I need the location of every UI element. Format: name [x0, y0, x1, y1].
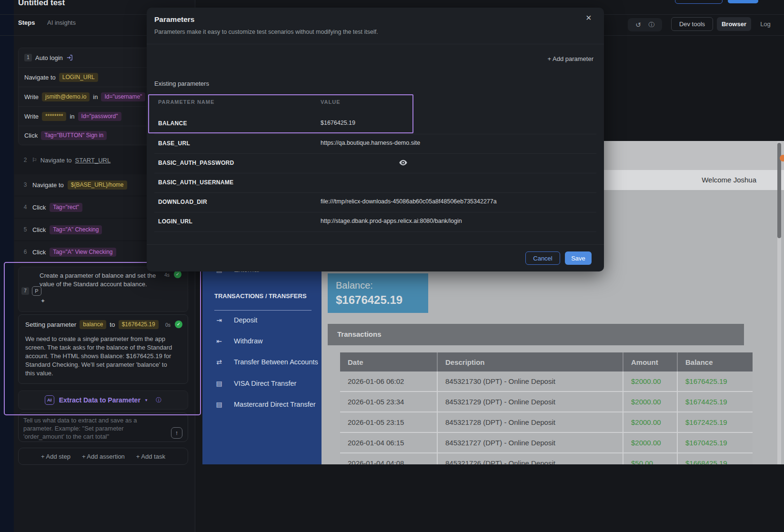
step-number: 1	[24, 54, 32, 61]
setting-label: Setting parameter	[25, 321, 76, 328]
action-label: Navigate to	[32, 181, 64, 189]
setting-parameter-row: Setting parameter balance to $1676425.19	[25, 320, 159, 329]
log-tab[interactable]: Log	[755, 17, 776, 31]
tab-ai-insights[interactable]: AI insights	[47, 19, 76, 26]
param-chip[interactable]: ${BASE_URL}/home	[68, 181, 127, 190]
add-step-button[interactable]: + Add step	[41, 453, 70, 460]
table-row[interactable]: 2026-01-05 23:34 845321729 (DPT) - Onlin…	[340, 392, 753, 412]
column-header-value: VALUE	[321, 99, 340, 105]
step-title: Auto login	[35, 54, 63, 61]
recording-indicator-dot	[780, 155, 784, 161]
divider	[154, 134, 596, 134]
table-row[interactable]: 2026-01-06 06:02 845321730 (DPT) - Onlin…	[340, 371, 753, 392]
balance-box: Balance: $1676425.19	[328, 273, 428, 313]
left-edge-strip	[0, 0, 14, 532]
col-description: Description	[438, 352, 623, 371]
screen: Untitled test Steps AI insights ↺ ⓘ Dev …	[0, 0, 784, 532]
sidebar-item-transfer[interactable]: ⇄ Transfer Between Accounts	[215, 358, 318, 366]
add-parameter-button[interactable]: + Add parameter	[548, 55, 593, 62]
table-row[interactable]: 2026-01-04 06:15 845321727 (DPT) - Onlin…	[340, 433, 753, 453]
browser-tab[interactable]: Browser	[717, 17, 751, 31]
task-description: Create a parameter of balance and set th…	[40, 271, 160, 288]
setting-parameter-card[interactable]: Setting parameter balance to $1676425.19…	[18, 314, 188, 384]
flag-icon: ⚐	[32, 157, 37, 163]
info-icon[interactable]: ⓘ	[156, 396, 161, 404]
param-row-name: BASE_URL	[158, 140, 190, 147]
divider	[154, 212, 596, 212]
connector: in	[70, 113, 74, 120]
table-row[interactable]: 2026-01-04 04:08 845321726 (DPT) - Onlin…	[340, 453, 753, 464]
action-label: Click	[32, 226, 46, 233]
chevron-down-icon[interactable]: ▾	[145, 398, 148, 402]
extract-input[interactable]: Tell us what data to extract and save as…	[18, 412, 188, 442]
add-assertion-button[interactable]: + Add assertion	[82, 453, 125, 460]
transactions-table: Date Description Amount Balance 2026-01-…	[340, 352, 753, 464]
step-number: 4	[22, 204, 29, 211]
extract-data-card[interactable]: AI Extract Data to Parameter ▾ ⓘ	[18, 391, 188, 410]
action-label: Write	[24, 93, 39, 100]
close-icon[interactable]: ×	[586, 12, 592, 23]
primary-action-button-partial[interactable]	[728, 0, 758, 3]
test-title: Untitled test	[18, 0, 65, 8]
ai-task-card[interactable]: 7 P Create a parameter of balance and se…	[18, 267, 188, 312]
devtools-button[interactable]: Dev tools	[671, 17, 713, 31]
sidebar-item-deposit[interactable]: ⇥ Deposit	[215, 316, 257, 324]
welcome-text: Welcome Joshua	[702, 176, 756, 184]
sidebar-item-visa-transfer[interactable]: ▤ VISA Direct Transfer	[215, 380, 296, 387]
param-row-value: http://stage.dbank.prod-apps.relicx.ai:8…	[321, 218, 462, 224]
divider	[154, 173, 596, 173]
param-name-chip[interactable]: balance	[80, 320, 106, 329]
reasoning-text: We need to create a single parameter fro…	[25, 335, 174, 378]
selector-chip[interactable]: Tag="BUTTON" Sign in	[41, 131, 107, 140]
param-row-name: BASIC_AUTH_USERNAME	[158, 179, 233, 186]
col-amount: Amount	[623, 352, 678, 371]
sidebar-section-title: TRANSACTIONS / TRANSFERS	[214, 292, 310, 300]
save-button[interactable]: Save	[565, 251, 592, 265]
success-check-icon: ✓	[174, 271, 181, 278]
param-row-value: $1676425.19	[321, 120, 355, 126]
action-label: Write	[24, 113, 39, 120]
start-url-link[interactable]: START_URL	[75, 157, 111, 164]
selector-chip[interactable]: Tag="A" View Checking	[50, 248, 116, 257]
card-icon: ▤	[215, 380, 223, 387]
value-chip[interactable]: ********	[42, 112, 66, 121]
param-chip[interactable]: LOGIN_URL	[59, 73, 98, 82]
value-chip[interactable]: jsmith@demo.io	[42, 92, 90, 101]
secondary-action-button-partial[interactable]	[675, 0, 723, 4]
sidebar-item-withdraw[interactable]: ⇤ Withdraw	[215, 337, 262, 345]
modal-subtitle: Parameters make it easy to customize tes…	[154, 29, 378, 35]
param-value-chip[interactable]: $1676425.19	[119, 320, 159, 329]
extract-input-placeholder: Tell us what data to extract and save as…	[23, 416, 158, 441]
sparkle-icon: ✦	[40, 298, 45, 304]
add-task-button[interactable]: + Add task	[136, 453, 165, 460]
cancel-button[interactable]: Cancel	[525, 251, 560, 265]
deposit-icon: ⇥	[215, 316, 223, 324]
param-row-name: BASIC_AUTH_PASSWORD	[158, 160, 234, 166]
tab-steps[interactable]: Steps	[18, 19, 35, 26]
transactions-title: Transactions	[337, 330, 382, 338]
selector-chip[interactable]: Id="username"	[101, 92, 145, 101]
step-number: 2	[22, 157, 29, 163]
transactions-header: Transactions	[328, 324, 744, 345]
col-balance: Balance	[678, 352, 753, 371]
selector-chip[interactable]: Tag="rect"	[50, 203, 82, 212]
connector: in	[93, 93, 98, 100]
selector-chip[interactable]: Id="password"	[78, 112, 121, 121]
param-row-value: file:///tmp/relicx-downloads-45086ab60c0…	[321, 198, 497, 205]
selector-chip[interactable]: Tag="A" Checking	[50, 225, 102, 234]
task-duration: 4s	[164, 272, 170, 278]
session-controls: ↺ ⓘ	[628, 18, 662, 31]
refresh-icon[interactable]: ↺	[635, 21, 641, 29]
info-icon[interactable]: ⓘ	[649, 21, 655, 29]
sidebar-item-mastercard-transfer[interactable]: ▤ Mastercard Direct Transfer	[215, 401, 316, 408]
submit-arrow-button[interactable]: ↑	[171, 427, 182, 439]
scrollbar-track[interactable]	[777, 141, 781, 464]
eye-icon[interactable]	[399, 160, 407, 166]
param-row-name: BALANCE	[158, 120, 187, 127]
col-date: Date	[340, 352, 438, 371]
step-number: 7	[21, 287, 29, 295]
ai-badge-icon: AI	[45, 395, 54, 405]
divider	[154, 231, 596, 232]
table-row[interactable]: 2026-01-05 23:15 845321728 (DPT) - Onlin…	[340, 412, 753, 433]
success-check-icon: ✓	[175, 321, 182, 328]
